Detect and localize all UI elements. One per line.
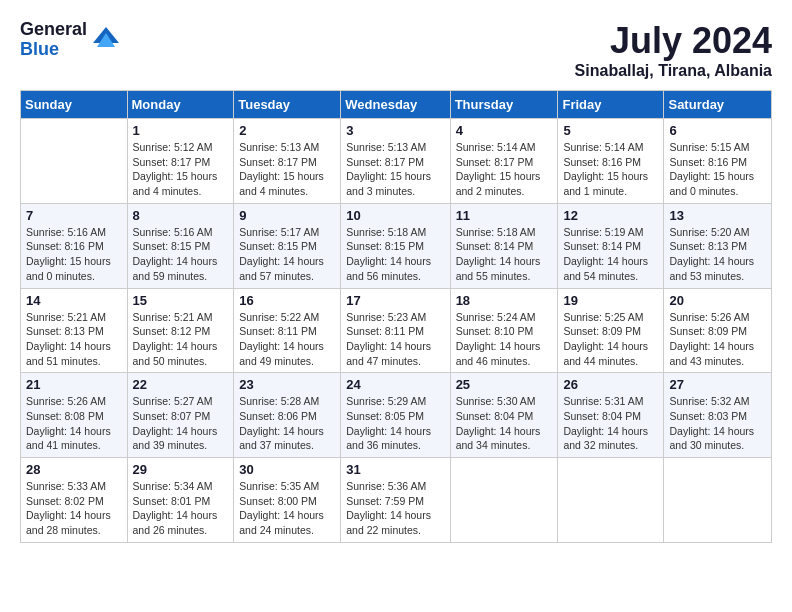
calendar-cell: 25Sunrise: 5:30 AMSunset: 8:04 PMDayligh… (450, 373, 558, 458)
day-number: 21 (26, 377, 122, 392)
calendar-table: SundayMondayTuesdayWednesdayThursdayFrid… (20, 90, 772, 543)
day-info: Sunrise: 5:12 AMSunset: 8:17 PMDaylight:… (133, 140, 229, 199)
month-year-title: July 2024 (575, 20, 772, 62)
day-number: 6 (669, 123, 766, 138)
day-number: 4 (456, 123, 553, 138)
day-number: 28 (26, 462, 122, 477)
column-header-monday: Monday (127, 91, 234, 119)
calendar-cell: 23Sunrise: 5:28 AMSunset: 8:06 PMDayligh… (234, 373, 341, 458)
week-row-2: 7Sunrise: 5:16 AMSunset: 8:16 PMDaylight… (21, 203, 772, 288)
calendar-cell: 21Sunrise: 5:26 AMSunset: 8:08 PMDayligh… (21, 373, 128, 458)
column-header-tuesday: Tuesday (234, 91, 341, 119)
calendar-cell: 18Sunrise: 5:24 AMSunset: 8:10 PMDayligh… (450, 288, 558, 373)
calendar-cell: 19Sunrise: 5:25 AMSunset: 8:09 PMDayligh… (558, 288, 664, 373)
calendar-cell: 4Sunrise: 5:14 AMSunset: 8:17 PMDaylight… (450, 119, 558, 204)
day-number: 14 (26, 293, 122, 308)
day-info: Sunrise: 5:21 AMSunset: 8:12 PMDaylight:… (133, 310, 229, 369)
day-number: 9 (239, 208, 335, 223)
day-number: 1 (133, 123, 229, 138)
day-info: Sunrise: 5:21 AMSunset: 8:13 PMDaylight:… (26, 310, 122, 369)
day-info: Sunrise: 5:26 AMSunset: 8:08 PMDaylight:… (26, 394, 122, 453)
day-number: 12 (563, 208, 658, 223)
calendar-cell: 8Sunrise: 5:16 AMSunset: 8:15 PMDaylight… (127, 203, 234, 288)
day-info: Sunrise: 5:36 AMSunset: 7:59 PMDaylight:… (346, 479, 444, 538)
day-info: Sunrise: 5:30 AMSunset: 8:04 PMDaylight:… (456, 394, 553, 453)
calendar-cell: 20Sunrise: 5:26 AMSunset: 8:09 PMDayligh… (664, 288, 772, 373)
day-info: Sunrise: 5:18 AMSunset: 8:14 PMDaylight:… (456, 225, 553, 284)
day-info: Sunrise: 5:33 AMSunset: 8:02 PMDaylight:… (26, 479, 122, 538)
week-row-1: 1Sunrise: 5:12 AMSunset: 8:17 PMDaylight… (21, 119, 772, 204)
day-info: Sunrise: 5:34 AMSunset: 8:01 PMDaylight:… (133, 479, 229, 538)
day-number: 7 (26, 208, 122, 223)
day-number: 20 (669, 293, 766, 308)
day-number: 24 (346, 377, 444, 392)
column-header-sunday: Sunday (21, 91, 128, 119)
day-number: 18 (456, 293, 553, 308)
day-number: 30 (239, 462, 335, 477)
calendar-cell: 16Sunrise: 5:22 AMSunset: 8:11 PMDayligh… (234, 288, 341, 373)
calendar-cell: 26Sunrise: 5:31 AMSunset: 8:04 PMDayligh… (558, 373, 664, 458)
day-number: 3 (346, 123, 444, 138)
calendar-cell: 14Sunrise: 5:21 AMSunset: 8:13 PMDayligh… (21, 288, 128, 373)
day-info: Sunrise: 5:18 AMSunset: 8:15 PMDaylight:… (346, 225, 444, 284)
day-info: Sunrise: 5:29 AMSunset: 8:05 PMDaylight:… (346, 394, 444, 453)
logo-blue-text: Blue (20, 40, 87, 60)
logo-general-text: General (20, 20, 87, 40)
header-row: SundayMondayTuesdayWednesdayThursdayFrid… (21, 91, 772, 119)
day-number: 5 (563, 123, 658, 138)
calendar-cell (21, 119, 128, 204)
day-info: Sunrise: 5:22 AMSunset: 8:11 PMDaylight:… (239, 310, 335, 369)
day-info: Sunrise: 5:20 AMSunset: 8:13 PMDaylight:… (669, 225, 766, 284)
day-info: Sunrise: 5:15 AMSunset: 8:16 PMDaylight:… (669, 140, 766, 199)
day-number: 11 (456, 208, 553, 223)
day-number: 10 (346, 208, 444, 223)
day-info: Sunrise: 5:27 AMSunset: 8:07 PMDaylight:… (133, 394, 229, 453)
day-number: 15 (133, 293, 229, 308)
day-number: 22 (133, 377, 229, 392)
location-text: Sinaballaj, Tirana, Albania (575, 62, 772, 80)
day-number: 16 (239, 293, 335, 308)
calendar-cell: 17Sunrise: 5:23 AMSunset: 8:11 PMDayligh… (341, 288, 450, 373)
calendar-cell (664, 458, 772, 543)
day-number: 19 (563, 293, 658, 308)
day-info: Sunrise: 5:14 AMSunset: 8:16 PMDaylight:… (563, 140, 658, 199)
calendar-cell (450, 458, 558, 543)
day-info: Sunrise: 5:19 AMSunset: 8:14 PMDaylight:… (563, 225, 658, 284)
week-row-4: 21Sunrise: 5:26 AMSunset: 8:08 PMDayligh… (21, 373, 772, 458)
day-info: Sunrise: 5:13 AMSunset: 8:17 PMDaylight:… (346, 140, 444, 199)
calendar-cell: 15Sunrise: 5:21 AMSunset: 8:12 PMDayligh… (127, 288, 234, 373)
day-info: Sunrise: 5:35 AMSunset: 8:00 PMDaylight:… (239, 479, 335, 538)
day-number: 25 (456, 377, 553, 392)
day-info: Sunrise: 5:28 AMSunset: 8:06 PMDaylight:… (239, 394, 335, 453)
calendar-cell: 5Sunrise: 5:14 AMSunset: 8:16 PMDaylight… (558, 119, 664, 204)
calendar-cell: 24Sunrise: 5:29 AMSunset: 8:05 PMDayligh… (341, 373, 450, 458)
day-number: 8 (133, 208, 229, 223)
day-info: Sunrise: 5:24 AMSunset: 8:10 PMDaylight:… (456, 310, 553, 369)
calendar-cell: 1Sunrise: 5:12 AMSunset: 8:17 PMDaylight… (127, 119, 234, 204)
calendar-cell: 29Sunrise: 5:34 AMSunset: 8:01 PMDayligh… (127, 458, 234, 543)
calendar-cell: 28Sunrise: 5:33 AMSunset: 8:02 PMDayligh… (21, 458, 128, 543)
day-number: 17 (346, 293, 444, 308)
day-info: Sunrise: 5:26 AMSunset: 8:09 PMDaylight:… (669, 310, 766, 369)
day-number: 2 (239, 123, 335, 138)
calendar-cell: 27Sunrise: 5:32 AMSunset: 8:03 PMDayligh… (664, 373, 772, 458)
title-block: July 2024 Sinaballaj, Tirana, Albania (575, 20, 772, 80)
day-info: Sunrise: 5:25 AMSunset: 8:09 PMDaylight:… (563, 310, 658, 369)
day-info: Sunrise: 5:14 AMSunset: 8:17 PMDaylight:… (456, 140, 553, 199)
day-number: 26 (563, 377, 658, 392)
calendar-cell: 6Sunrise: 5:15 AMSunset: 8:16 PMDaylight… (664, 119, 772, 204)
column-header-saturday: Saturday (664, 91, 772, 119)
week-row-3: 14Sunrise: 5:21 AMSunset: 8:13 PMDayligh… (21, 288, 772, 373)
column-header-friday: Friday (558, 91, 664, 119)
week-row-5: 28Sunrise: 5:33 AMSunset: 8:02 PMDayligh… (21, 458, 772, 543)
calendar-cell: 3Sunrise: 5:13 AMSunset: 8:17 PMDaylight… (341, 119, 450, 204)
day-info: Sunrise: 5:13 AMSunset: 8:17 PMDaylight:… (239, 140, 335, 199)
logo-icon (91, 25, 121, 55)
day-number: 27 (669, 377, 766, 392)
day-number: 29 (133, 462, 229, 477)
day-info: Sunrise: 5:32 AMSunset: 8:03 PMDaylight:… (669, 394, 766, 453)
day-info: Sunrise: 5:16 AMSunset: 8:15 PMDaylight:… (133, 225, 229, 284)
column-header-thursday: Thursday (450, 91, 558, 119)
calendar-cell: 13Sunrise: 5:20 AMSunset: 8:13 PMDayligh… (664, 203, 772, 288)
calendar-cell: 9Sunrise: 5:17 AMSunset: 8:15 PMDaylight… (234, 203, 341, 288)
